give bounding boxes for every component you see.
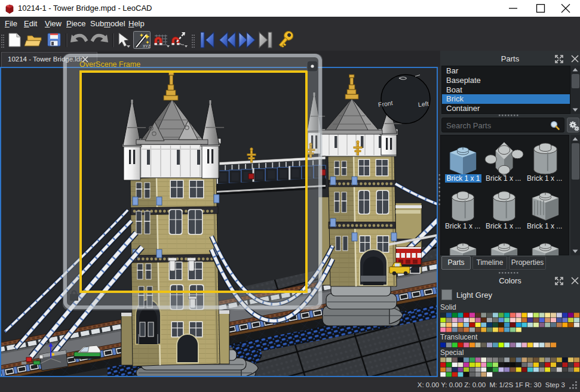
svg-text:Left: Left: [418, 100, 429, 108]
svg-text:XYZ: XYZ: [143, 44, 151, 48]
